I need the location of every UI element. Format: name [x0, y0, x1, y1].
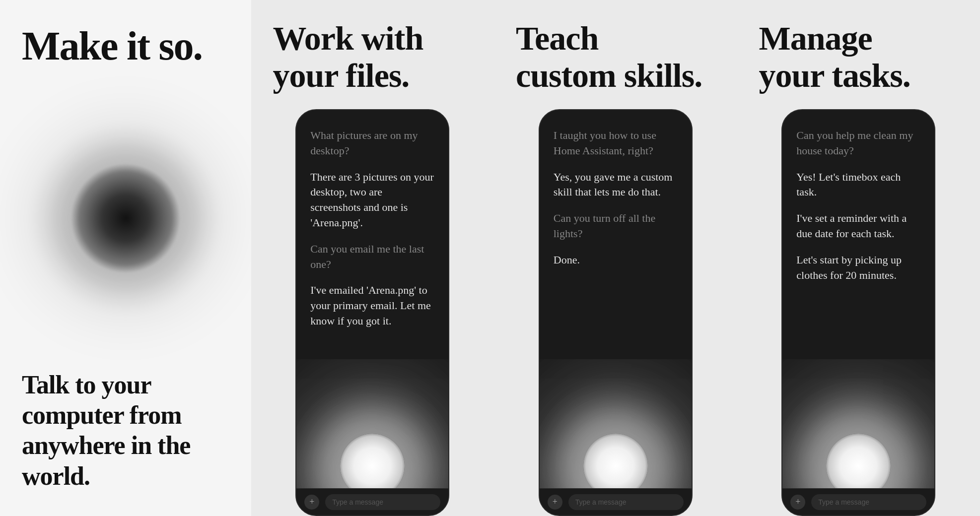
panel-title: Make it so. — [22, 25, 229, 67]
panel-bottom-text: Talk to your computer from anywhere in t… — [22, 370, 229, 491]
phone-mockup-skills: I taught you how to use Home Assistant, … — [539, 109, 693, 516]
chat-message: I've set a reminder with a due date for … — [796, 211, 920, 242]
chat-message: Can you help me clean my house today? — [796, 128, 920, 159]
panel-title-manage-tasks: Manage your tasks. — [737, 0, 980, 94]
panel-title-work-files: Work with your files. — [251, 0, 494, 94]
chat-message: Let's start by picking up clothes for 20… — [796, 253, 920, 283]
phone-input-bar: + Type a message — [782, 488, 934, 515]
panel-title-teach-skills: Teach custom skills. — [494, 0, 737, 94]
add-button[interactable]: + — [548, 495, 562, 510]
phone-orb-area — [540, 359, 692, 488]
phone-mockup-files: What pictures are on my desktop? There a… — [295, 109, 449, 516]
phone-chat-tasks: Can you help me clean my house today? Ye… — [782, 110, 934, 359]
panel-make-it-so: Make it so. Talk to your computer from a… — [0, 0, 251, 516]
input-placeholder: Type a message — [818, 498, 869, 506]
orb-container — [22, 67, 229, 369]
chat-message: I've emailed 'Arena.png' to your primary… — [310, 283, 434, 328]
dark-orb — [71, 164, 180, 273]
add-button[interactable]: + — [304, 495, 319, 510]
message-input[interactable]: Type a message — [568, 494, 684, 510]
panel-manage-tasks: Manage your tasks. Can you help me clean… — [737, 0, 980, 516]
input-placeholder: Type a message — [575, 498, 627, 506]
chat-message: I taught you how to use Home Assistant, … — [554, 128, 678, 159]
add-button[interactable]: + — [790, 495, 805, 510]
chat-message: Can you email me the last one? — [310, 242, 434, 272]
message-input[interactable]: Type a message — [811, 494, 926, 510]
phone-orb-area — [296, 359, 448, 488]
phone-input-bar: + Type a message — [296, 488, 448, 515]
chat-message: There are 3 pictures on your desktop, tw… — [310, 170, 434, 231]
chat-message: Done. — [554, 253, 678, 268]
panel-teach-skills: Teach custom skills. I taught you how to… — [494, 0, 737, 516]
message-input[interactable]: Type a message — [325, 494, 440, 510]
panel-work-files: Work with your files. What pictures are … — [251, 0, 494, 516]
chat-message: What pictures are on my desktop? — [310, 128, 434, 159]
phone-mockup-tasks: Can you help me clean my house today? Ye… — [781, 109, 935, 516]
phone-input-bar: + Type a message — [540, 488, 692, 515]
phone-chat-files: What pictures are on my desktop? There a… — [296, 110, 448, 359]
chat-message: Yes, you gave me a custom skill that let… — [554, 170, 678, 200]
phone-chat-skills: I taught you how to use Home Assistant, … — [540, 110, 692, 359]
chat-message: Yes! Let's timebox each task. — [796, 170, 920, 200]
phone-orb-area — [782, 359, 934, 488]
chat-message: Can you turn off all the lights? — [554, 211, 678, 242]
input-placeholder: Type a message — [332, 498, 383, 506]
